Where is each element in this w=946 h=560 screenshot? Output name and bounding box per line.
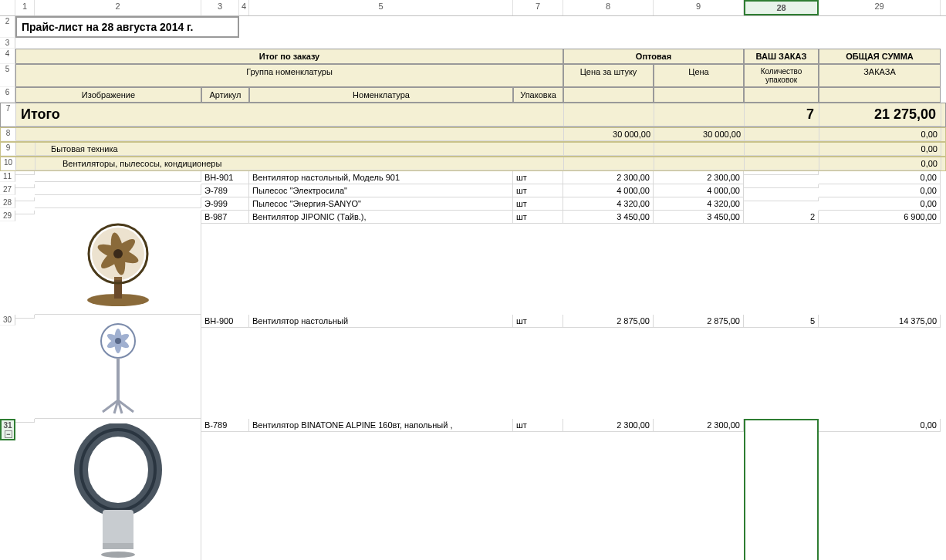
header-packages: Количество упаковок <box>744 64 819 87</box>
price-cell[interactable]: 2 300,00 <box>654 419 744 432</box>
row-header-2[interactable]: 2 <box>0 16 15 38</box>
article-cell[interactable]: ВН-901 <box>201 171 249 184</box>
category-appliances[interactable]: Бытовая техника <box>35 143 564 156</box>
total-cell[interactable]: 0,00 <box>819 184 941 197</box>
svg-rect-13 <box>117 358 120 400</box>
product-image <box>38 420 198 560</box>
svg-rect-20 <box>103 510 133 548</box>
row-header-5[interactable]: 5 <box>0 64 15 87</box>
qty-cell[interactable] <box>744 171 819 175</box>
header-packaging: Упаковка <box>513 87 563 103</box>
name-cell[interactable]: Вентилятор BINATONE ALPINE 160вт, наполь… <box>249 419 513 432</box>
header-nomenclature: Номенклатура <box>249 87 513 103</box>
header-article: Артикул <box>201 87 249 103</box>
row-header-4[interactable]: 4 <box>0 49 15 64</box>
ppu-cell[interactable]: 2 300,00 <box>563 171 654 184</box>
row-header-6[interactable]: 6 <box>0 87 15 103</box>
name-cell[interactable]: Пылесос "Энергия-SANYO" <box>249 197 513 211</box>
qty-cell[interactable] <box>744 419 819 560</box>
article-cell[interactable]: Э-789 <box>201 184 249 197</box>
pack-cell[interactable]: шт <box>513 171 563 184</box>
article-cell[interactable]: В-987 <box>201 211 249 224</box>
col-header-2[interactable]: 2 <box>35 0 201 15</box>
article-cell[interactable]: ВН-900 <box>201 315 249 328</box>
price-cell[interactable]: 2 300,00 <box>654 171 744 184</box>
total-cell[interactable]: 6 900,00 <box>819 211 941 224</box>
header-total-sum: ОБЩАЯ СУММА <box>819 49 941 64</box>
col-header-5[interactable]: 5 <box>249 0 513 15</box>
svg-rect-21 <box>103 543 133 549</box>
article-cell[interactable]: В-789 <box>201 419 249 432</box>
pack-cell[interactable]: шт <box>513 211 563 224</box>
svg-point-22 <box>101 552 135 558</box>
pack-cell[interactable]: шт <box>513 197 563 211</box>
price-cell[interactable]: 4 000,00 <box>654 184 744 197</box>
qty-cell[interactable] <box>744 197 819 201</box>
ppu-cell[interactable]: 2 875,00 <box>563 315 654 328</box>
price-cell[interactable]: 2 875,00 <box>654 315 744 328</box>
col-header-9[interactable]: 9 <box>654 0 744 15</box>
total-cell[interactable]: 14 375,00 <box>819 315 941 328</box>
col-header-3[interactable]: 3 <box>201 0 239 15</box>
header-your-order: ВАШ ЗАКАЗ <box>744 49 819 64</box>
price-cell[interactable]: 3 450,00 <box>654 211 744 224</box>
row-header-7[interactable]: 7 <box>1 103 16 127</box>
row-header-9[interactable]: 9 <box>1 143 16 156</box>
name-cell[interactable]: Вентилятор JIPONIC (Тайв.), <box>249 211 513 224</box>
svg-point-19 <box>81 430 155 510</box>
cat-blank-total: 0,00 <box>819 128 941 141</box>
header-price: Цена <box>654 64 744 87</box>
row-header-28[interactable]: 28 <box>0 197 15 208</box>
name-cell[interactable]: Вентилятор настольный, Модель 901 <box>249 171 513 184</box>
row-header-27[interactable]: 27 <box>0 184 15 195</box>
cat1-total: 0,00 <box>819 143 941 156</box>
name-cell[interactable]: Пылесос "Электросила" <box>249 184 513 197</box>
row-header-8[interactable]: 8 <box>1 128 16 141</box>
product-image <box>38 316 198 419</box>
col-header-1[interactable]: 1 <box>15 0 35 15</box>
row-header-29[interactable]: 29 <box>0 211 15 221</box>
outline-collapse-icon[interactable]: − <box>5 430 12 438</box>
qty-cell[interactable]: 2 <box>744 211 819 224</box>
itogo-label: Итого <box>16 103 564 127</box>
col-header-29[interactable]: 29 <box>819 0 941 15</box>
row-header-31[interactable]: 31− <box>0 419 15 440</box>
name-cell[interactable]: Вентилятор настольный <box>249 315 513 328</box>
cat2-total: 0,00 <box>819 157 941 170</box>
pack-cell[interactable]: шт <box>513 315 563 328</box>
col-header-8[interactable]: 8 <box>563 0 654 15</box>
cat-blank-ppu: 30 000,00 <box>564 128 654 141</box>
header-order: ЗАКАЗА <box>819 64 941 87</box>
page-title: Прайс-лист на 28 августа 2014 г. <box>15 16 239 38</box>
ppu-cell[interactable]: 2 300,00 <box>563 419 654 432</box>
svg-point-7 <box>113 249 123 258</box>
svg-rect-1 <box>114 277 122 299</box>
col-header-4[interactable]: 4 <box>239 0 249 15</box>
col-header-28[interactable]: 28 <box>744 0 819 15</box>
header-price-unit: Цена за штуку <box>563 64 654 87</box>
qty-cell[interactable]: 5 <box>744 315 819 328</box>
total-cell[interactable]: 0,00 <box>819 419 941 432</box>
header-wholesale: Оптовая <box>563 49 744 64</box>
row-header-11[interactable]: 11 <box>0 171 15 182</box>
pack-cell[interactable]: шт <box>513 419 563 432</box>
svg-point-12 <box>115 338 121 344</box>
total-cell[interactable]: 0,00 <box>819 197 941 211</box>
col-header-7[interactable]: 7 <box>513 0 563 15</box>
price-cell[interactable]: 4 320,00 <box>654 197 744 211</box>
qty-cell[interactable] <box>744 184 819 188</box>
header-order-summary: Итог по заказу <box>15 49 563 64</box>
ppu-cell[interactable]: 3 450,00 <box>563 211 654 224</box>
category-fans[interactable]: Вентиляторы, пылесосы, кондиционеры <box>35 157 564 170</box>
row-header-3[interactable]: 3 <box>0 38 15 49</box>
pack-cell[interactable]: шт <box>513 184 563 197</box>
ppu-cell[interactable]: 4 000,00 <box>563 184 654 197</box>
corner-cell <box>0 0 15 15</box>
ppu-cell[interactable]: 4 320,00 <box>563 197 654 211</box>
header-image: Изображение <box>15 87 201 103</box>
row-header-30[interactable]: 30 <box>0 315 15 326</box>
article-cell[interactable]: Э-999 <box>201 197 249 211</box>
total-cell[interactable]: 0,00 <box>819 171 941 184</box>
product-image <box>38 212 198 311</box>
row-header-10[interactable]: 10 <box>1 157 16 170</box>
